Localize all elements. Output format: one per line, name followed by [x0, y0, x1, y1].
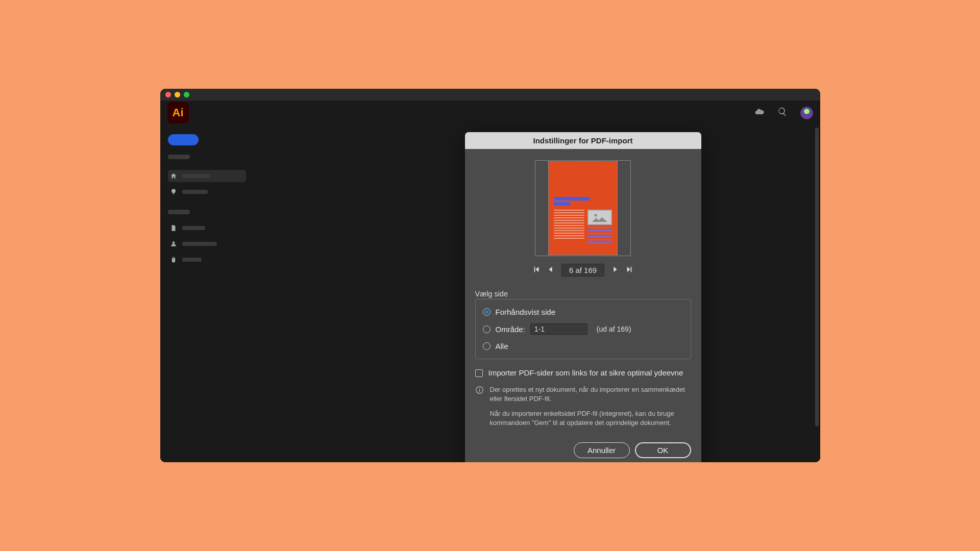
window-close-button[interactable]	[165, 92, 171, 97]
first-page-button[interactable]	[533, 266, 540, 274]
user-avatar[interactable]	[800, 107, 813, 119]
prev-page-button[interactable]	[547, 266, 554, 274]
file-icon	[170, 224, 177, 232]
radio-range[interactable]: Område: (ud af 169)	[483, 323, 683, 335]
info-text: Der oprettes et nyt dokument, når du imp…	[490, 385, 691, 433]
content-area: Indstillinger for PDF-import	[254, 125, 820, 462]
page-indicator[interactable]: 6 af 169	[561, 264, 604, 277]
radio-label: Forhåndsvist side	[496, 308, 556, 316]
topbar-right	[754, 107, 813, 119]
group-label: Vælg side	[475, 290, 508, 298]
ok-button[interactable]: OK	[635, 442, 691, 458]
sidebar-skeleton	[168, 155, 190, 159]
last-page-button[interactable]	[626, 266, 633, 274]
range-suffix: (ud af 169)	[597, 325, 631, 333]
thumb-heading-line	[554, 197, 590, 201]
sidebar-item-shared[interactable]	[168, 238, 246, 250]
page-thumbnail	[549, 162, 617, 255]
radio-label: Alle	[496, 342, 508, 350]
scrollbar-thumb[interactable]	[815, 128, 819, 427]
sidebar-item-label	[182, 174, 210, 178]
scrollbar[interactable]	[815, 128, 819, 460]
search-icon[interactable]	[777, 107, 788, 119]
app-logo: Ai	[167, 102, 189, 123]
sidebar-item-label	[182, 190, 208, 194]
user-icon	[170, 240, 177, 247]
info-paragraph: Når du importerer enkeltsidet PDF-fil (i…	[490, 409, 691, 427]
app-topbar: Ai	[160, 101, 820, 125]
info-block: Der oprettes et nyt dokument, når du imp…	[475, 385, 691, 433]
window-titlebar	[160, 89, 820, 101]
lightbulb-icon	[170, 188, 177, 195]
sidebar-section-title	[168, 210, 190, 214]
checkbox-label: Importer PDF-sider som links for at sikr…	[488, 368, 683, 377]
info-icon	[475, 386, 484, 394]
page-preview	[535, 160, 631, 256]
new-button[interactable]	[168, 134, 199, 145]
checkbox-icon	[475, 369, 483, 377]
cloud-icon[interactable]	[754, 107, 765, 119]
next-page-button[interactable]	[611, 266, 619, 274]
sidebar-item-label	[182, 242, 217, 246]
info-paragraph: Der oprettes et nyt dokument, når du imp…	[490, 385, 691, 403]
radio-icon	[483, 308, 491, 316]
window-maximize-button[interactable]	[184, 92, 189, 97]
import-as-links-checkbox[interactable]: Importer PDF-sider som links for at sikr…	[475, 368, 691, 377]
select-page-group: Forhåndsvist side Område: (ud af 169) Al…	[475, 299, 691, 359]
sidebar-item-label	[182, 258, 202, 262]
range-input[interactable]	[530, 323, 587, 335]
sidebar-item-files[interactable]	[168, 222, 246, 234]
sidebar	[160, 125, 254, 462]
dialog-title: Indstillinger for PDF-import	[465, 132, 701, 149]
page-preview-container	[475, 160, 691, 256]
thumb-heading-line	[554, 202, 570, 206]
home-icon	[170, 172, 177, 180]
radio-previewed-page[interactable]: Forhåndsvist side	[483, 308, 683, 316]
svg-point-0	[595, 214, 597, 217]
radio-label: Område:	[496, 325, 525, 334]
sidebar-item-learn[interactable]	[168, 186, 246, 198]
sidebar-item-home[interactable]	[168, 170, 246, 182]
trash-icon	[170, 256, 177, 263]
radio-icon	[483, 325, 491, 333]
radio-all[interactable]: Alle	[483, 342, 683, 350]
pdf-import-dialog: Indstillinger for PDF-import	[465, 132, 701, 462]
window-minimize-button[interactable]	[175, 92, 180, 97]
sidebar-item-deleted[interactable]	[168, 254, 246, 266]
dialog-actions: Annuller OK	[475, 442, 691, 458]
app-main: Indstillinger for PDF-import	[160, 125, 820, 462]
radio-icon	[483, 342, 491, 350]
image-placeholder-icon	[587, 210, 612, 225]
app-window: Ai	[160, 89, 820, 462]
page-thumb-crop	[548, 161, 618, 255]
page-pager: 6 af 169	[475, 264, 691, 277]
cancel-button[interactable]: Annuller	[574, 442, 630, 458]
sidebar-item-label	[182, 226, 205, 230]
